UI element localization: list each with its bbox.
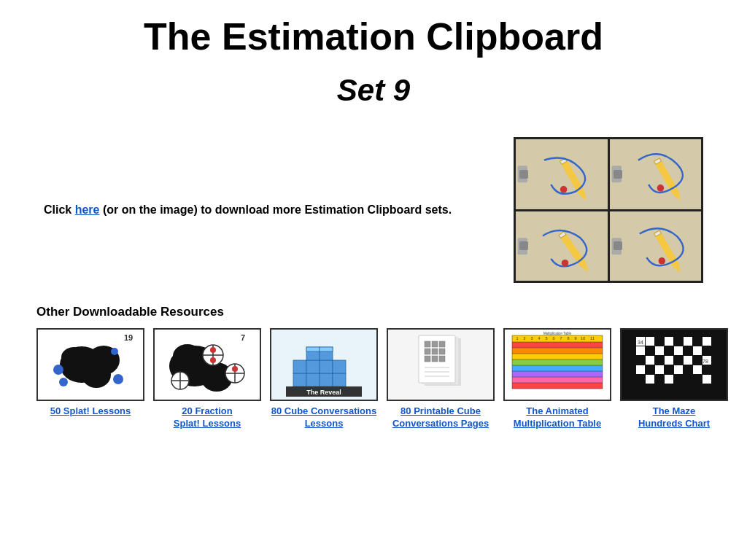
svg-text:1: 1 [516, 336, 518, 341]
svg-rect-60 [293, 360, 306, 373]
multiplication-link[interactable]: The AnimatedMultiplication Table [514, 405, 601, 430]
svg-text:7: 7 [560, 336, 562, 341]
svg-point-35 [59, 378, 68, 386]
svg-rect-67 [320, 347, 333, 351]
splat2-link[interactable]: 20 FractionSplat! Lessons [174, 405, 241, 430]
svg-text:4: 4 [538, 336, 540, 341]
svg-text:19: 19 [124, 333, 133, 342]
svg-rect-126 [636, 346, 645, 355]
maze-link[interactable]: The MazeHundreds Chart [638, 405, 710, 430]
svg-rect-124 [684, 337, 692, 346]
multiplication-thumb[interactable]: 1 2 3 4 5 6 7 8 9 10 11 Multiplication T… [503, 328, 611, 401]
printable-thumb[interactable] [387, 328, 495, 401]
clipboard-drawing-bl [516, 211, 608, 281]
resources-section: Other Downloadable Resources 19 [0, 298, 747, 430]
subtitle: Set 9 [0, 58, 747, 108]
svg-rect-76 [439, 341, 445, 347]
svg-rect-7 [610, 139, 700, 209]
here-link[interactable]: here [75, 203, 100, 216]
svg-text:5: 5 [545, 336, 547, 341]
svg-point-47 [210, 357, 216, 363]
svg-point-36 [113, 374, 123, 384]
svg-rect-94 [512, 377, 603, 383]
svg-rect-91 [512, 359, 603, 365]
svg-text:6: 6 [552, 336, 554, 341]
svg-rect-136 [674, 365, 683, 374]
svg-point-34 [53, 365, 63, 375]
svg-rect-132 [684, 356, 692, 365]
svg-rect-77 [425, 349, 430, 354]
svg-rect-92 [512, 365, 603, 371]
svg-text:78: 78 [703, 359, 708, 364]
svg-rect-89 [512, 348, 603, 354]
splat1-link[interactable]: 50 Splat! Lessons [50, 405, 131, 418]
printable-link[interactable]: 80 Printable CubeConversations Pages [392, 405, 489, 430]
svg-text:Multiplication Table: Multiplication Table [543, 332, 571, 335]
svg-point-6 [560, 186, 568, 193]
svg-text:10: 10 [581, 336, 585, 341]
svg-rect-138 [646, 375, 654, 384]
svg-rect-59 [333, 373, 346, 386]
svg-rect-122 [646, 337, 654, 346]
svg-text:The Reveal: The Reveal [306, 389, 341, 396]
svg-rect-88 [512, 342, 603, 348]
click-text-before: Click [44, 203, 75, 216]
svg-rect-1 [518, 166, 527, 182]
svg-rect-139 [665, 375, 673, 384]
svg-point-20 [562, 259, 569, 266]
splat1-svg: 19 [38, 330, 143, 400]
svg-point-37 [111, 348, 118, 355]
svg-rect-66 [306, 347, 320, 351]
splat2-svg: 7 [155, 330, 260, 400]
svg-rect-127 [655, 346, 664, 355]
svg-rect-80 [425, 356, 430, 362]
svg-rect-95 [512, 383, 603, 389]
printable-svg [388, 330, 493, 400]
svg-rect-21 [610, 211, 700, 281]
splat2-thumb[interactable]: 7 [153, 328, 261, 401]
svg-point-41 [173, 344, 202, 368]
svg-rect-130 [646, 356, 654, 365]
svg-rect-128 [674, 346, 683, 355]
maze-svg: 34 78 [622, 330, 727, 400]
clipboard-cell-bl [516, 211, 608, 281]
svg-text:3: 3 [530, 336, 533, 341]
svg-rect-134 [636, 365, 645, 374]
clipboard-image[interactable] [514, 137, 703, 283]
resource-cube: The Reveal 80 Cube ConversationsLessons [270, 328, 378, 430]
clipboard-drawing-tr [610, 139, 702, 209]
svg-rect-123 [665, 337, 673, 346]
resource-printable: 80 Printable CubeConversations Pages [387, 328, 495, 430]
cube-thumb[interactable]: The Reveal [270, 328, 378, 401]
svg-point-13 [657, 184, 664, 192]
clipboard-drawing-br [610, 211, 702, 281]
svg-text:2: 2 [523, 336, 525, 341]
resource-splat1: 19 50 Splat! Lessons [36, 328, 144, 418]
maze-thumb[interactable]: 34 78 [620, 328, 728, 401]
clipboard-cell-tl [516, 139, 608, 209]
svg-rect-79 [439, 349, 445, 354]
clipboard-cell-tr [610, 139, 702, 209]
svg-rect-58 [320, 373, 333, 386]
svg-rect-62 [320, 360, 333, 373]
svg-point-51 [232, 366, 238, 372]
svg-rect-56 [293, 373, 306, 386]
resources-title: Other Downloadable Resources [36, 305, 711, 319]
svg-point-31 [61, 347, 88, 368]
cube-link[interactable]: 80 Cube ConversationsLessons [271, 405, 377, 430]
svg-rect-129 [693, 346, 702, 355]
splat1-thumb[interactable]: 19 [36, 328, 144, 401]
svg-rect-93 [512, 371, 603, 377]
main-title: The Estimation Clipboard [0, 0, 747, 58]
svg-text:11: 11 [590, 336, 595, 341]
svg-rect-22 [611, 238, 621, 254]
svg-rect-87 [512, 335, 603, 342]
resources-grid: 19 50 Splat! Lessons [36, 328, 711, 430]
svg-point-46 [210, 347, 216, 353]
svg-rect-137 [693, 365, 702, 374]
svg-rect-131 [665, 356, 673, 365]
svg-rect-15 [518, 238, 527, 254]
svg-rect-0 [516, 139, 607, 209]
svg-rect-135 [655, 365, 664, 374]
svg-rect-140 [703, 375, 711, 384]
